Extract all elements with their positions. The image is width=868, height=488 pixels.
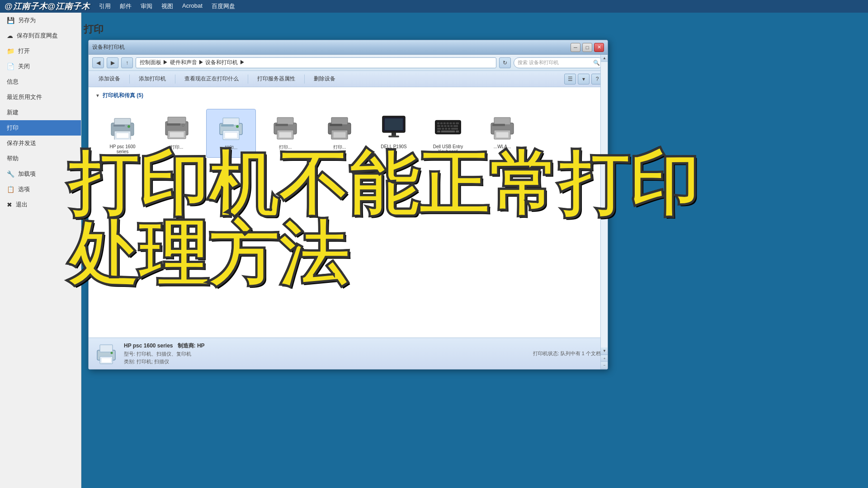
cloud-icon: ☁ xyxy=(7,32,13,39)
menu-view[interactable]: 视图 xyxy=(161,2,173,10)
server-properties-button[interactable]: 打印服务器属性 xyxy=(252,73,301,84)
sidebar-item-savesend[interactable]: 保存并发送 xyxy=(0,136,81,151)
sidebar-item-info[interactable]: 信息 xyxy=(0,74,81,89)
sidebar-item-close[interactable]: 📄 关闭 xyxy=(0,59,81,74)
svg-rect-26 xyxy=(333,132,346,138)
svg-rect-49 xyxy=(442,127,444,129)
sidebar-item-baidu[interactable]: ☁ 保存到百度网盘 xyxy=(0,28,81,43)
zoom-out-button[interactable]: − xyxy=(601,362,608,369)
device-item-keyboard[interactable]: Dell USB EntryKeyboard xyxy=(423,109,473,158)
window-title: 设备和打印机 xyxy=(92,43,125,51)
refresh-button[interactable]: ↻ xyxy=(499,57,511,68)
up-button[interactable]: ↑ xyxy=(121,57,133,68)
device-label-keyboard: Dell USB EntryKeyboard xyxy=(433,144,463,154)
svg-rect-35 xyxy=(437,122,439,124)
svg-rect-50 xyxy=(445,127,447,129)
printer-icon-5 xyxy=(325,113,354,141)
minimize-button[interactable]: ─ xyxy=(571,43,580,52)
monitor-icon xyxy=(379,113,408,141)
menu-acrobat[interactable]: Acrobat xyxy=(182,2,203,10)
scroll-down-button[interactable]: ▼ xyxy=(601,347,608,355)
right-scrollbar[interactable]: ▲ ▼ + − xyxy=(600,55,608,369)
svg-point-16 xyxy=(236,125,239,128)
device-grid: HP psc 1600series 打印... xyxy=(95,107,601,160)
sidebar-item-help[interactable]: 帮助 xyxy=(0,151,81,166)
svg-rect-17 xyxy=(221,124,234,127)
view-printing-button[interactable]: 查看现在正在打印什么 xyxy=(179,73,244,84)
menu-baidu[interactable]: 百度网盘 xyxy=(212,2,235,10)
view-dropdown-button[interactable]: ▾ xyxy=(578,74,590,84)
view-toggle-button[interactable]: ☰ xyxy=(564,74,576,84)
device-label-wlan: ...WLA... xyxy=(494,144,511,149)
status-model: 型号: 打印机、扫描仪、复印机 xyxy=(124,351,205,357)
device-item-printer5[interactable]: 打印... xyxy=(315,109,364,158)
delete-device-button[interactable]: 删除设备 xyxy=(308,73,341,84)
menu-reference[interactable]: 引用 xyxy=(99,2,111,10)
svg-rect-46 xyxy=(450,125,453,127)
search-icon: 🔍 xyxy=(593,60,600,66)
device-item-selected[interactable]: 打印... xyxy=(206,109,256,158)
network-printer-icon xyxy=(488,113,517,141)
content-area[interactable]: ▼ 打印机和传真 (5) HP psc 1600series xyxy=(89,87,608,338)
svg-rect-5 xyxy=(113,125,125,127)
sidebar-item-addins[interactable]: 🔧 加载项 xyxy=(0,166,81,182)
svg-point-4 xyxy=(127,125,130,128)
svg-rect-9 xyxy=(170,132,184,137)
maximize-button[interactable]: □ xyxy=(582,43,592,52)
device-item-monitor[interactable]: DELL P190S xyxy=(369,109,419,158)
back-button[interactable]: ◀ xyxy=(92,57,104,68)
status-bar: HP psc 1600 series 制造商: HP 型号: 打印机、扫描仪、复… xyxy=(89,338,608,369)
device-item-hp1600[interactable]: HP psc 1600series xyxy=(98,109,147,158)
toolbar-separator-1 xyxy=(129,75,130,84)
sidebar-item-exit[interactable]: ✖ 退出 xyxy=(0,197,81,212)
window-titlebar: 设备和打印机 ─ □ ✕ xyxy=(89,40,608,55)
sidebar-item-recent[interactable]: 最近所用文件 xyxy=(0,89,81,105)
svg-rect-1 xyxy=(114,118,131,125)
status-printer-icon xyxy=(95,343,117,365)
svg-rect-55 xyxy=(456,130,459,132)
scroll-up-button[interactable]: ▲ xyxy=(601,55,608,62)
forward-button[interactable]: ▶ xyxy=(107,57,118,68)
svg-point-65 xyxy=(111,352,113,354)
menu-review[interactable]: 审阅 xyxy=(141,2,152,10)
svg-rect-19 xyxy=(277,117,293,125)
sidebar-item-options[interactable]: 📋 选项 xyxy=(0,182,81,197)
sidebar-item-print[interactable]: 打印 xyxy=(0,120,81,136)
svg-rect-62 xyxy=(100,345,113,352)
search-box[interactable]: 搜索 设备和打印机 🔍 xyxy=(514,57,604,68)
doc-icon: 📄 xyxy=(7,63,14,70)
status-category: 类别: 打印机; 扫描仪 xyxy=(124,358,205,365)
word-menubar: @江南子木@江南子木 引用 邮件 审阅 视图 Acrobat 百度网盘 xyxy=(0,0,868,13)
svg-rect-43 xyxy=(441,125,443,127)
device-label-printer4: 打印... xyxy=(279,144,292,150)
close-button[interactable]: ✕ xyxy=(594,43,604,52)
address-path[interactable]: 控制面板 ▶ 硬件和声音 ▶ 设备和打印机 ▶ xyxy=(136,57,496,68)
add-device-button[interactable]: 添加设备 xyxy=(93,73,126,84)
device-item-printer4[interactable]: 打印... xyxy=(260,109,310,158)
svg-rect-60 xyxy=(492,124,505,126)
sidebar-item-new[interactable]: 新建 xyxy=(0,105,81,120)
svg-rect-21 xyxy=(279,132,292,138)
device-label-printer5: 打印... xyxy=(333,144,346,150)
saveas-icon: 💾 xyxy=(7,17,14,24)
add-printer-button[interactable]: 添加打印机 xyxy=(133,73,171,84)
device-item-fax[interactable]: 打印... xyxy=(152,109,202,158)
toolbar-right: ☰ ▾ ? xyxy=(564,74,603,84)
svg-rect-7 xyxy=(168,117,186,124)
device-item-wlan[interactable]: ...WLA... xyxy=(477,109,527,158)
sidebar-item-open[interactable]: 📁 打开 xyxy=(0,43,81,59)
menu-mail[interactable]: 邮件 xyxy=(120,2,132,10)
svg-rect-36 xyxy=(440,122,443,124)
folder-icon: 📁 xyxy=(7,47,14,55)
status-printer-name: HP psc 1600 series 制造商: HP xyxy=(124,342,205,350)
keyboard-icon xyxy=(434,113,462,141)
zoom-in-button[interactable]: + xyxy=(601,355,608,362)
scrollbar-track[interactable] xyxy=(601,62,608,347)
svg-rect-44 xyxy=(444,125,446,127)
svg-rect-37 xyxy=(443,122,446,124)
svg-rect-47 xyxy=(453,125,458,127)
printer-icon-1 xyxy=(108,113,137,141)
svg-rect-41 xyxy=(456,122,459,124)
options-icon: 📋 xyxy=(7,186,14,193)
sidebar-item-saveas[interactable]: 💾 另存为 xyxy=(0,13,81,28)
